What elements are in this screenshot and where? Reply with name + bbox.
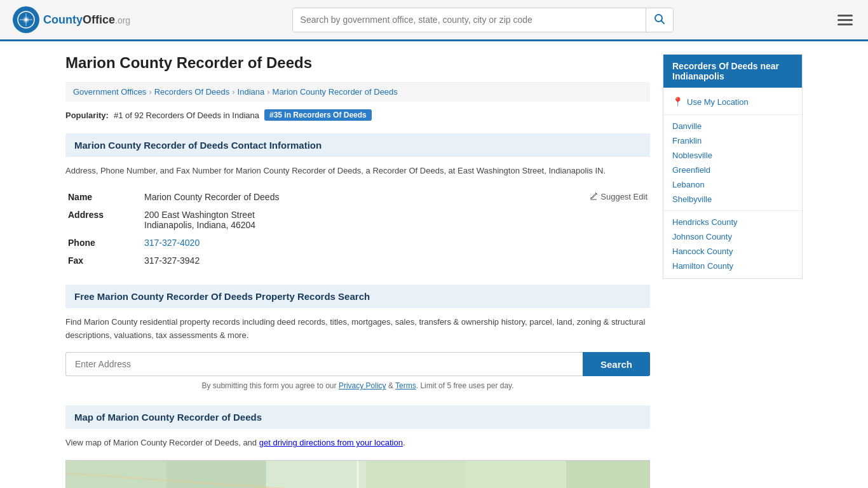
phone-label: Phone	[65, 234, 142, 252]
breadcrumb: Government Offices › Recorders Of Deeds …	[65, 82, 650, 102]
hamburger-menu[interactable]	[835, 12, 855, 28]
table-row: Phone 317-327-4020	[65, 234, 650, 252]
property-search-header: Free Marion County Recorder Of Deeds Pro…	[65, 285, 650, 308]
sidebar-link-hendricks-county[interactable]: Hendricks County	[672, 217, 738, 227]
breadcrumb-link-recorders[interactable]: Recorders Of Deeds	[154, 87, 230, 97]
phone-value: 317-327-4020	[142, 234, 650, 252]
sidebar-divider	[663, 210, 802, 211]
search-input[interactable]	[293, 8, 646, 32]
sidebar-link-lebanon[interactable]: Lebanon	[672, 180, 705, 189]
location-icon: 📍	[672, 97, 683, 107]
sidebar-link-johnson-county[interactable]: Johnson County	[672, 232, 732, 241]
property-search-section: Free Marion County Recorder Of Deeds Pro…	[65, 285, 650, 391]
map-section-header: Map of Marion County Recorder of Deeds	[65, 405, 650, 429]
breadcrumb-link-current[interactable]: Marion County Recorder of Deeds	[273, 87, 398, 97]
sidebar-link-danville[interactable]: Danville	[672, 121, 702, 131]
sidebar-item-hancock[interactable]: Hancock County	[663, 244, 802, 259]
logo-icon	[13, 6, 39, 33]
sidebar-item-use-location[interactable]: 📍 Use My Location	[663, 93, 802, 111]
address-label: Address	[65, 206, 142, 234]
popularity-badge: #35 in Recorders Of Deeds	[264, 109, 372, 121]
fax-label: Fax	[65, 252, 142, 269]
property-search-form: Search	[65, 352, 650, 376]
sidebar-link-hancock-county[interactable]: Hancock County	[672, 247, 733, 256]
search-submit-button[interactable]: Search	[583, 352, 650, 376]
sidebar-item[interactable]: Lebanon	[663, 177, 802, 192]
form-disclaimer: By submitting this form you agree to our…	[65, 381, 650, 390]
svg-point-2	[25, 18, 28, 22]
sidebar-title: Recorders Of Deeds near Indianapolis	[663, 55, 802, 88]
site-header: CountyOffice.org	[0, 0, 868, 41]
svg-rect-7	[266, 461, 366, 488]
svg-rect-10	[566, 461, 649, 488]
main-content: Marion County Recorder of Deeds Governme…	[65, 54, 650, 488]
table-row: Address 200 East Washington Street India…	[65, 206, 650, 234]
breadcrumb-link-gov[interactable]: Government Offices	[73, 87, 146, 97]
suggest-edit-link[interactable]: Suggest Edit	[600, 192, 648, 201]
sidebar-item[interactable]: Noblesville	[663, 148, 802, 163]
page-title: Marion County Recorder of Deeds	[65, 54, 650, 72]
header-search-area	[292, 8, 674, 32]
sidebar-item-hamilton[interactable]: Hamilton County	[663, 259, 802, 273]
logo[interactable]: CountyOffice.org	[13, 6, 130, 33]
sidebar-item[interactable]: Danville	[663, 119, 802, 133]
svg-rect-8	[366, 461, 466, 488]
fax-value: 317-327-3942	[142, 252, 650, 269]
suggest-edit[interactable]: Suggest Edit	[589, 192, 648, 201]
table-row: Fax 317-327-3942	[65, 252, 650, 269]
contact-section: Marion County Recorder of Deeds Contact …	[65, 133, 650, 269]
sidebar: Recorders Of Deeds near Indianapolis 📍 U…	[663, 54, 803, 488]
table-row: Name Marion County Recorder of Deeds Sug…	[65, 188, 650, 206]
sidebar-link-hamilton-county[interactable]: Hamilton County	[672, 261, 733, 271]
contact-info-table: Name Marion County Recorder of Deeds Sug…	[65, 188, 650, 269]
breadcrumb-link-indiana[interactable]: Indiana	[238, 87, 265, 97]
limit-text: Limit of 5 free uses per day.	[420, 381, 513, 390]
sidebar-link-greenfield[interactable]: Greenfield	[672, 165, 710, 175]
address-input[interactable]	[65, 352, 583, 376]
search-button[interactable]	[646, 8, 673, 32]
sidebar-link-noblesville[interactable]: Noblesville	[672, 151, 712, 160]
name-label: Name	[65, 188, 142, 206]
contact-description: Address, Phone Number, and Fax Number fo…	[65, 165, 650, 178]
terms-link[interactable]: Terms	[395, 381, 416, 390]
privacy-policy-link[interactable]: Privacy Policy	[339, 381, 386, 390]
map-section: Map of Marion County Recorder of Deeds V…	[65, 405, 650, 488]
map-description: View map of Marion County Recorder of De…	[65, 437, 650, 450]
address-value: 200 East Washington Street Indianapolis,…	[142, 206, 650, 234]
directions-link[interactable]: get driving directions from your locatio…	[259, 438, 403, 447]
popularity-label: Popularity:	[65, 111, 109, 120]
sidebar-link-franklin[interactable]: Franklin	[672, 136, 702, 146]
edit-icon	[589, 192, 598, 201]
sidebar-box: Recorders Of Deeds near Indianapolis 📍 U…	[663, 54, 803, 279]
property-search-description: Find Marion County residential property …	[65, 316, 650, 342]
main-container: Marion County Recorder of Deeds Governme…	[53, 41, 815, 488]
sidebar-list: 📍 Use My Location Danville Franklin Nobl…	[663, 88, 802, 278]
logo-text: CountyOffice.org	[43, 13, 130, 27]
map-placeholder	[65, 460, 650, 488]
sidebar-link-shelbyville[interactable]: Shelbyville	[672, 194, 712, 204]
map-image	[66, 461, 649, 488]
sidebar-item-johnson[interactable]: Johnson County	[663, 229, 802, 244]
sidebar-item[interactable]: Franklin	[663, 133, 802, 148]
sidebar-divider	[663, 114, 802, 115]
popularity-rank1: #1 of 92 Recorders Of Deeds in Indiana	[114, 111, 259, 120]
popularity-bar: Popularity: #1 of 92 Recorders Of Deeds …	[65, 109, 650, 121]
name-value: Marion County Recorder of Deeds Suggest …	[142, 188, 650, 206]
use-location-link[interactable]: Use My Location	[687, 97, 749, 107]
sidebar-item[interactable]: Greenfield	[663, 163, 802, 177]
svg-rect-9	[466, 461, 566, 488]
phone-link[interactable]: 317-327-4020	[144, 238, 200, 248]
contact-section-header: Marion County Recorder of Deeds Contact …	[65, 133, 650, 157]
sidebar-item[interactable]: Shelbyville	[663, 192, 802, 207]
search-bar	[292, 8, 674, 32]
sidebar-item-hendricks[interactable]: Hendricks County	[663, 215, 802, 229]
